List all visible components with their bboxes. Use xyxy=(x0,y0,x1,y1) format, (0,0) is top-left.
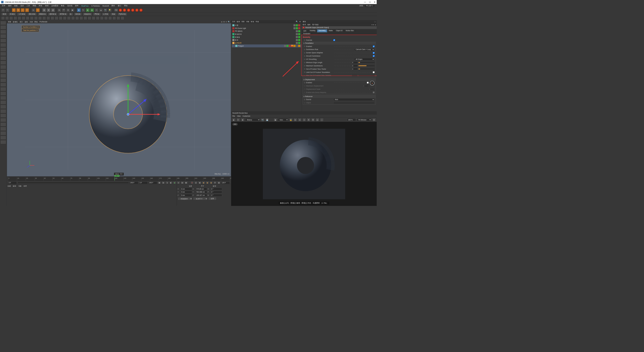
timeline-cur-end[interactable] xyxy=(148,181,157,184)
menu-file[interactable]: 文件 xyxy=(1,4,6,7)
z-axis-lock[interactable]: Z xyxy=(51,8,55,12)
rv-b[interactable]: B xyxy=(311,118,315,121)
layout-value[interactable]: RS (用户) xyxy=(365,4,375,7)
palette-tool-2[interactable] xyxy=(0,30,6,34)
vp-tab-display[interactable]: 显示 xyxy=(20,21,23,23)
om-menu-tags[interactable]: 标签 xyxy=(251,21,254,23)
palette-tool-15[interactable] xyxy=(0,87,6,91)
environment[interactable]: ☁ xyxy=(99,8,103,12)
render-tag[interactable] xyxy=(286,45,288,47)
oof-input[interactable] xyxy=(352,68,357,70)
sec-tool-19[interactable] xyxy=(79,16,83,20)
sec-tool-29[interactable] xyxy=(121,16,124,20)
sec-tool-26[interactable] xyxy=(108,16,112,20)
rv-settings[interactable]: ⚙ xyxy=(372,118,376,121)
sec-tool-12[interactable] xyxy=(51,16,54,20)
undo-button[interactable]: ↶ xyxy=(1,8,5,12)
obj-item-4[interactable]: 球体域 xyxy=(232,36,301,39)
size-Z[interactable] xyxy=(195,194,207,197)
field-group[interactable]: 组 xyxy=(68,13,73,16)
rs-orb-5[interactable] xyxy=(135,8,139,12)
render-tag[interactable] xyxy=(298,42,300,44)
sec-tool-15[interactable] xyxy=(63,16,66,20)
menu-select[interactable]: 选择 xyxy=(19,4,25,7)
limit-check[interactable] xyxy=(373,71,375,73)
render-tag[interactable] xyxy=(298,33,300,35)
size-Y[interactable] xyxy=(195,191,207,194)
om-menu-edit[interactable]: 编辑 xyxy=(237,21,240,23)
timeline-ruler[interactable]: 0102030405060708090100110120130140150160… xyxy=(8,177,230,181)
palette-tool-20[interactable] xyxy=(0,109,6,113)
select-tool[interactable]: ✢ xyxy=(12,8,16,12)
menu-redshift[interactable]: Redshift xyxy=(101,5,110,7)
timeline-cur-start[interactable] xyxy=(139,181,148,184)
timeline-end-input[interactable] xyxy=(130,181,138,184)
primitive-cube[interactable]: ◧ xyxy=(77,8,81,12)
rv-grid1[interactable]: ⊞ xyxy=(294,118,297,121)
maximize-button[interactable]: ☐ xyxy=(369,1,371,3)
obj-item-5[interactable]: 备份 xyxy=(232,38,301,41)
sec-tool-25[interactable] xyxy=(104,16,108,20)
rv-ipr[interactable]: ⟳ xyxy=(236,118,240,121)
rs-orb-6[interactable] xyxy=(139,8,143,12)
field-linear[interactable]: 线性 xyxy=(1,13,8,16)
render-output[interactable]: IPR 微信公众号：野鹿志 微博：野鹿志 作者：马鹿野郎 （1.78s） xyxy=(231,122,377,206)
palette-tool-10[interactable] xyxy=(0,65,6,69)
mat-tab-func[interactable]: 功能 xyxy=(18,185,22,205)
palette-tool-4[interactable] xyxy=(0,38,6,42)
scale-tool[interactable]: ⤢ xyxy=(21,8,24,12)
vp-tab-camera[interactable]: 摄像机 xyxy=(13,21,18,23)
rs-orb-3[interactable] xyxy=(127,8,130,12)
oof-slider[interactable] xyxy=(358,69,375,70)
palette-tool-14[interactable] xyxy=(0,83,6,87)
disp-enabled[interactable] xyxy=(367,82,369,83)
pos-X[interactable] xyxy=(181,188,192,190)
reference-header[interactable]: ▾ Reference xyxy=(303,95,376,98)
field-sphere[interactable]: 球体域 xyxy=(8,13,16,16)
sec-tool-21[interactable] xyxy=(88,16,91,20)
menu-script[interactable]: 脚本 xyxy=(110,4,116,7)
tab-motionblur[interactable]: Motion Blur xyxy=(344,29,355,32)
sec-tool-11[interactable] xyxy=(47,16,50,20)
generator[interactable]: ◐ xyxy=(86,8,90,12)
menu-character[interactable]: 角色 xyxy=(60,4,66,7)
obj-item-0[interactable]: 平面 xyxy=(232,24,301,27)
sec-tool-0[interactable] xyxy=(1,16,5,20)
rv-last[interactable]: ⬚ xyxy=(320,118,324,121)
rv-a[interactable]: A xyxy=(307,118,310,121)
palette-tool-18[interactable] xyxy=(0,100,6,104)
sec-tool-2[interactable] xyxy=(9,16,13,20)
render-region[interactable]: ▣ xyxy=(71,8,74,12)
menu-edit[interactable]: 编辑 xyxy=(7,4,13,7)
sec-tool-6[interactable] xyxy=(26,16,29,20)
rs-tag[interactable] xyxy=(298,27,300,29)
menu-mograph[interactable]: 运动图形 xyxy=(50,4,59,7)
sec-tool-7[interactable] xyxy=(30,16,33,20)
tab-exclusion[interactable]: Exclusion xyxy=(302,32,312,35)
attr-nav-back[interactable]: ◂ xyxy=(372,24,373,26)
render-tag[interactable] xyxy=(298,36,300,38)
palette-tool-27[interactable] xyxy=(0,140,6,144)
menu-xparticles[interactable]: X-Particles xyxy=(90,5,101,7)
redo-button[interactable]: ↷ xyxy=(6,8,9,12)
sec-tool-17[interactable] xyxy=(71,16,75,20)
vp-tab-prorender[interactable]: ProRender xyxy=(39,21,47,23)
menu-spline[interactable]: 样条 xyxy=(38,4,44,7)
om-filter-icon[interactable]: ⚙ xyxy=(299,21,301,23)
subdivision[interactable]: ◉ xyxy=(90,8,94,12)
vp-tab-view[interactable]: 查看 xyxy=(8,21,11,23)
palette-tool-8[interactable] xyxy=(0,56,6,60)
extra-tag1[interactable] xyxy=(291,45,293,47)
playhead[interactable] xyxy=(114,178,115,181)
palette-tool-3[interactable] xyxy=(0,34,6,38)
vis-tag[interactable] xyxy=(296,42,298,44)
sec-tool-8[interactable] xyxy=(34,16,38,20)
pos-Z[interactable] xyxy=(181,194,192,197)
rv-lock[interactable]: 🔒 xyxy=(289,118,293,121)
close-button[interactable]: ✕ xyxy=(374,1,376,3)
rs-tag[interactable] xyxy=(298,24,300,26)
sec-tool-1[interactable] xyxy=(5,16,9,20)
sec-tool-14[interactable] xyxy=(59,16,62,20)
sec-tool-22[interactable] xyxy=(92,16,95,20)
spline-pen[interactable]: ✎ xyxy=(82,8,85,12)
